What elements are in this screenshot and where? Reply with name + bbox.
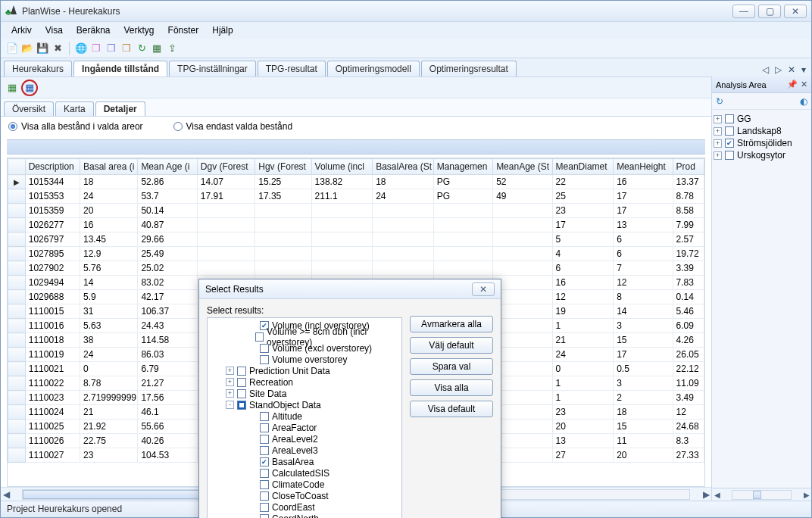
checkbox-icon[interactable] (725, 114, 734, 123)
add-icon[interactable]: ▦ (5, 81, 19, 95)
col-header[interactable]: BasalArea (St (373, 159, 434, 175)
close-button[interactable]: ✕ (784, 5, 807, 18)
minimize-button[interactable]: — (732, 5, 755, 18)
checkbox-icon[interactable] (237, 389, 246, 398)
checkbox-icon[interactable] (260, 480, 269, 489)
col-header[interactable]: Volume (incl (311, 159, 373, 175)
expand-icon[interactable]: + (714, 151, 722, 160)
tree-item[interactable]: CoordNorth (209, 513, 400, 518)
results-tree[interactable]: Volume (incl overstorey)Volume >= 8cm db… (207, 317, 402, 518)
checkbox-icon[interactable] (255, 332, 264, 342)
help-icon[interactable]: ◐ (800, 96, 807, 107)
checkbox-icon[interactable] (260, 457, 269, 467)
delete-icon[interactable]: ✖ (51, 42, 64, 55)
radio-show-all[interactable]: Visa alla bestånd i valda areor (8, 121, 143, 132)
col-header[interactable]: Hgv (Forest (255, 159, 311, 175)
table-row[interactable]: 102679713.4529.66562.57 (8, 232, 704, 247)
tab-close-icon[interactable]: ✕ (785, 64, 798, 75)
table-row[interactable]: 10153592050.1423178.58 (8, 204, 704, 218)
col-header[interactable]: Dgv (Forest (197, 159, 255, 175)
tree-item[interactable]: AreaLevel3 (209, 445, 400, 456)
tab-optimeringsresultat[interactable]: Optimeringsresultat (421, 61, 517, 76)
refresh-icon[interactable]: ↻ (716, 96, 723, 107)
maximize-button[interactable]: ▢ (758, 5, 781, 18)
checkbox-icon[interactable] (260, 514, 269, 519)
tab-ingående-tillstånd[interactable]: Ingående tillstånd (73, 61, 167, 76)
radio-show-selected[interactable]: Visa endast valda bestånd (173, 121, 293, 132)
tab-heurekakurs[interactable]: Heurekakurs (4, 61, 72, 76)
expand-icon[interactable]: + (714, 115, 722, 123)
checkbox-icon[interactable] (725, 139, 734, 148)
pin-icon[interactable]: 📌 (787, 80, 798, 89)
table-row[interactable]: 10153532453.717.9117.35211.124PG4925178.… (8, 189, 704, 204)
menu-hjälp[interactable]: Hjälp (206, 23, 239, 37)
checkbox-icon[interactable] (260, 491, 269, 501)
scroll-left-icon[interactable]: ◀ (1, 489, 11, 500)
expand-icon[interactable]: - (226, 401, 234, 409)
expand-icon[interactable]: + (714, 127, 722, 136)
dlg-btn-spara-val[interactable]: Spara val (410, 358, 493, 375)
menu-arkiv[interactable]: Arkiv (5, 23, 38, 37)
area-item[interactable]: +Landskap8 (714, 125, 810, 137)
col-header[interactable]: Description (25, 159, 80, 175)
globe-icon[interactable]: 🌐 (74, 42, 88, 55)
col-header[interactable]: MeanDiamet (552, 159, 614, 175)
tree-item[interactable]: Volume (excl overstorey) (209, 342, 400, 354)
subtab-karta[interactable]: Karta (55, 101, 94, 116)
menu-visa[interactable]: Visa (39, 23, 69, 37)
expand-icon[interactable]: + (226, 389, 234, 398)
highlighted-grid-button[interactable]: ▦ (21, 80, 38, 96)
subtab-detaljer[interactable]: Detaljer (95, 101, 145, 116)
checkbox-icon[interactable] (260, 469, 269, 478)
refresh-icon[interactable]: ↻ (135, 42, 148, 55)
menu-verktyg[interactable]: Verktyg (118, 23, 161, 37)
checkbox-icon[interactable] (260, 355, 269, 364)
tree-item[interactable]: +Site Data (209, 388, 400, 399)
open-icon[interactable]: 📂 (20, 42, 34, 55)
save-icon[interactable]: 💾 (36, 42, 49, 55)
menu-beräkna[interactable]: Beräkna (70, 23, 117, 37)
tab-scroll-right-icon[interactable]: ▷ (773, 64, 784, 75)
checkbox-icon[interactable] (725, 126, 734, 136)
subtab-översikt[interactable]: Översikt (4, 101, 54, 116)
tree-item[interactable]: +Prediction Unit Data (209, 365, 400, 376)
table-row[interactable]: 10279025.7625.02673.39 (8, 261, 704, 276)
cube2-icon[interactable]: ❒ (105, 42, 118, 55)
tree-item[interactable]: CoordEast (209, 501, 400, 513)
dlg-btn-visa-alla[interactable]: Visa alla (410, 379, 493, 396)
tab-scroll-left-icon[interactable]: ◁ (760, 64, 771, 75)
new-icon[interactable]: 📄 (5, 42, 19, 55)
checkbox-icon[interactable] (260, 423, 269, 432)
area-item[interactable]: +GG (714, 113, 810, 125)
checkbox-icon[interactable] (260, 503, 269, 512)
expand-icon[interactable]: + (226, 367, 234, 375)
tree-item[interactable]: CloseToCoast (209, 490, 400, 501)
tab-tpg-inställningar[interactable]: TPG-inställningar (169, 61, 256, 76)
table-row[interactable]: 102789512.925.494619.72 (8, 247, 704, 261)
checkbox-icon[interactable] (260, 435, 269, 444)
checkbox-icon[interactable] (260, 446, 269, 455)
dialog-close-button[interactable]: ✕ (472, 282, 495, 296)
area-item[interactable]: +Strömsjöliden (714, 137, 810, 149)
tree-item[interactable]: Volume overstorey (209, 354, 400, 365)
table-icon[interactable]: ▦ (150, 42, 164, 55)
checkbox-icon[interactable] (237, 367, 246, 376)
tree-item[interactable]: Altitude (209, 410, 400, 422)
dlg-btn-välj-default[interactable]: Välj default (410, 337, 493, 354)
panel-h-scrollbar[interactable]: ◀▶ (712, 488, 811, 501)
col-header[interactable]: Mean Age (i (138, 159, 197, 175)
checkbox-icon[interactable] (237, 401, 246, 410)
checkbox-icon[interactable] (260, 412, 269, 421)
table-row[interactable]: 10262771640.8717137.99 (8, 218, 704, 232)
panel-close-icon[interactable]: ✕ (801, 80, 807, 89)
table-row[interactable]: 10153441852.8614.0715.25138.8218PG522216… (8, 175, 704, 189)
scroll-right-icon[interactable]: ▶ (701, 489, 711, 500)
tree-item[interactable]: -StandObject Data (209, 399, 400, 410)
col-header[interactable]: Managemen (433, 159, 492, 175)
dlg-btn-visa-default[interactable]: Visa default (410, 401, 493, 417)
checkbox-icon[interactable] (260, 344, 269, 353)
tab-tpg-resultat[interactable]: TPG-resultat (258, 61, 326, 76)
tree-item[interactable]: Volume >= 8cm dbh (incl overstorey) (209, 331, 400, 342)
col-header[interactable]: MeanHeight (614, 159, 673, 175)
tree-item[interactable]: AreaLevel2 (209, 433, 400, 445)
